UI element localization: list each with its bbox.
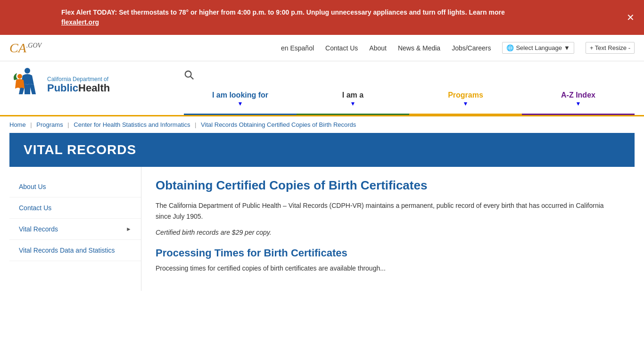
page-title: VITAL RECORDS bbox=[24, 142, 620, 157]
ca-gov-logo: CA.GOV bbox=[9, 41, 41, 55]
top-nav-links: en Español Contact Us About News & Media… bbox=[281, 42, 635, 54]
nav-news-media[interactable]: News & Media bbox=[398, 44, 440, 52]
sidebar-item-label: About Us bbox=[19, 183, 46, 190]
main-content: About Us Contact Us Vital Records ► Vita… bbox=[9, 167, 635, 291]
content-paragraph-2: Certified birth records are $29 per copy… bbox=[156, 227, 620, 238]
nav-iam-label: I am a bbox=[342, 90, 363, 99]
globe-icon: 🌐 bbox=[506, 44, 514, 51]
breadcrumb-home[interactable]: Home bbox=[9, 121, 26, 128]
sidebar-item-vital-records-data[interactable]: Vital Records Data and Statistics bbox=[9, 240, 141, 261]
alert-banner: Flex Alert TODAY: Set thermostats to 78°… bbox=[0, 0, 644, 35]
sidebar-item-label: Vital Records bbox=[19, 225, 58, 233]
nav-programs[interactable]: Programs ▼ bbox=[409, 86, 522, 115]
alert-close-button[interactable]: ✕ bbox=[627, 12, 635, 23]
site-header: California Department of PublicHealth I … bbox=[0, 61, 644, 116]
sidebar-item-label: Vital Records Data and Statistics bbox=[19, 247, 115, 254]
nav-az-index[interactable]: A-Z Index ▼ bbox=[522, 86, 635, 115]
nav-about[interactable]: About bbox=[369, 44, 387, 52]
cdph-logo-icon bbox=[9, 66, 42, 104]
chevron-down-icon: ▼ bbox=[564, 44, 570, 51]
sidebar: About Us Contact Us Vital Records ► Vita… bbox=[9, 167, 141, 291]
top-nav: CA.GOV en Español Contact Us About News … bbox=[0, 35, 644, 61]
public-text: Public bbox=[47, 82, 78, 94]
sidebar-item-about-us[interactable]: About Us bbox=[9, 176, 141, 197]
dept-name: PublicHealth bbox=[47, 82, 110, 94]
section-title: Processing Times for Birth Certificates bbox=[156, 247, 620, 259]
language-label: Select Language bbox=[516, 44, 562, 51]
sidebar-item-vital-records[interactable]: Vital Records ► bbox=[9, 219, 141, 240]
nav-programs-label: Programs bbox=[448, 90, 483, 99]
breadcrumb-chsi[interactable]: Center for Health Statistics and Informa… bbox=[74, 121, 190, 128]
section-text: Processing times for certified copies of… bbox=[156, 263, 620, 273]
search-icon[interactable] bbox=[184, 70, 194, 80]
content-area: Obtaining Certified Copies of Birth Cert… bbox=[141, 167, 635, 291]
nav-i-am-a[interactable]: I am a ▼ bbox=[297, 86, 409, 115]
ca-logo-text: CA.GOV bbox=[9, 41, 41, 55]
breadcrumb-current[interactable]: Vital Records Obtaining Certified Copies… bbox=[201, 121, 356, 128]
main-nav: I am looking for ▼ I am a ▼ Programs ▼ A… bbox=[184, 86, 635, 115]
chevron-down-icon: ▼ bbox=[576, 100, 581, 107]
content-title: Obtaining Certified Copies of Birth Cert… bbox=[156, 178, 620, 193]
dept-line1: California Department of bbox=[47, 76, 110, 82]
svg-point-1 bbox=[17, 74, 22, 79]
search-bar bbox=[184, 66, 635, 86]
breadcrumb-separator: | bbox=[67, 121, 69, 128]
text-resize-control[interactable]: + Text Resize - bbox=[586, 42, 635, 54]
chevron-down-icon: ▼ bbox=[463, 100, 469, 107]
nav-looking-for[interactable]: I am looking for ▼ bbox=[184, 86, 297, 115]
breadcrumb: Home | Programs | Center for Health Stat… bbox=[0, 116, 644, 133]
svg-point-2 bbox=[185, 71, 191, 77]
nav-contact[interactable]: Contact Us bbox=[325, 44, 358, 52]
breadcrumb-programs[interactable]: Programs bbox=[36, 121, 63, 128]
nav-area: I am looking for ▼ I am a ▼ Programs ▼ A… bbox=[179, 66, 635, 115]
content-paragraph-1: The California Department of Public Heal… bbox=[156, 200, 620, 222]
nav-jobs-careers[interactable]: Jobs/Careers bbox=[452, 44, 491, 52]
nav-az-label: A-Z Index bbox=[561, 90, 595, 99]
breadcrumb-separator: | bbox=[30, 121, 32, 128]
alert-link[interactable]: flexalert.org bbox=[61, 18, 99, 26]
sidebar-item-label: Contact Us bbox=[19, 204, 51, 212]
chevron-down-icon: ▼ bbox=[238, 100, 243, 107]
breadcrumb-separator: | bbox=[195, 121, 196, 128]
cost-text: Certified birth records are $29 per copy… bbox=[156, 229, 272, 236]
health-text: Health bbox=[78, 82, 110, 94]
language-selector[interactable]: 🌐 Select Language ▼ bbox=[502, 42, 574, 54]
page-title-banner: VITAL RECORDS bbox=[9, 133, 635, 167]
alert-text: Flex Alert TODAY: Set thermostats to 78°… bbox=[61, 8, 505, 16]
sidebar-item-contact-us[interactable]: Contact Us bbox=[9, 197, 141, 219]
site-logo-area: California Department of PublicHealth bbox=[9, 66, 179, 108]
chevron-right-icon: ► bbox=[126, 226, 132, 232]
logo-text: California Department of PublicHealth bbox=[47, 76, 110, 94]
nav-looking-label: I am looking for bbox=[212, 90, 268, 99]
chevron-down-icon: ▼ bbox=[350, 100, 356, 107]
svg-point-0 bbox=[25, 68, 30, 74]
nav-espanol[interactable]: en Español bbox=[281, 44, 314, 52]
svg-line-3 bbox=[190, 76, 193, 79]
